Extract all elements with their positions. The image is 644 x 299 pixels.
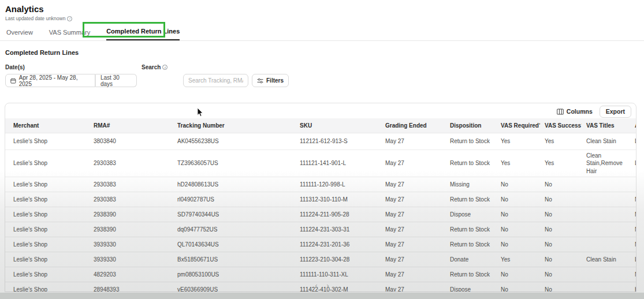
table-row[interactable]: Leslie's Shop3939330Bx51850671US111223-2…	[5, 252, 636, 267]
completed-return-lines-table: MerchantRMA#Tracking NumberSKUGrading En…	[5, 118, 636, 292]
date-preset-select[interactable]: Last 30 days	[95, 74, 137, 87]
column-header-vas-titles[interactable]: VAS Titles	[582, 118, 630, 133]
cell-disposition: Return to Stock	[445, 222, 496, 237]
tab-bar: Overview VAS Summary Completed Return Li…	[0, 27, 644, 41]
table-row[interactable]: Leslie's Shop2938390dq09477752US111224-2…	[5, 222, 636, 237]
column-header-grading-ended[interactable]: Grading Ended	[381, 118, 445, 133]
cell-tracking-number: TZ39636057US	[173, 150, 295, 177]
cell-tracking-number: pm08053100US	[173, 267, 295, 282]
date-preset-value: Last 30 days	[100, 74, 132, 87]
cell-vas-required: No	[496, 222, 540, 237]
info-icon[interactable]: i	[67, 16, 72, 21]
table-row[interactable]: Leslie's Shop2930383rl04902787US111312-3…	[5, 192, 636, 207]
search-input[interactable]	[188, 77, 243, 84]
cell-sku: 111223-210-304-28	[295, 252, 381, 267]
column-header-attributes[interactable]: Attr	[630, 118, 636, 133]
cell-vas-required: Yes	[496, 252, 540, 267]
cell-vas-required: No	[496, 267, 540, 282]
column-header-rma[interactable]: RMA#	[89, 118, 173, 133]
cell-merchant: Leslie's Shop	[5, 222, 89, 237]
search-info-icon[interactable]: i	[162, 65, 167, 70]
calendar-icon	[10, 78, 16, 84]
cell-disposition: Return to Stock	[445, 267, 496, 282]
cell-grading-ended: May 27	[381, 267, 445, 282]
tab-overview[interactable]: Overview	[6, 29, 33, 40]
analytics-page: Analytics Last updated date unknown i Ov…	[0, 0, 644, 299]
cell-vas-success: Yes	[540, 133, 582, 150]
cell-sku: 111111-110-311-XL	[295, 267, 381, 282]
columns-icon	[557, 109, 564, 115]
cell-rma: 2938390	[89, 207, 173, 222]
date-range-value: Apr 28, 2025 - May 28, 2025	[19, 74, 90, 87]
cell-merchant: Leslie's Shop	[5, 150, 89, 177]
columns-button[interactable]: Columns	[557, 108, 593, 115]
cell-rma: 4829203	[89, 267, 173, 282]
cell-sku: 111111-120-998-L	[295, 177, 381, 192]
cell-grading-ended: May 27	[381, 222, 445, 237]
cell-tracking-number: QL70143634US	[173, 237, 295, 252]
cell-sku: 112121-612-913-S	[295, 133, 381, 150]
cell-rma: 2930383	[89, 192, 173, 207]
cell-rma: 2938390	[89, 222, 173, 237]
cell-rma: 2930383	[89, 150, 173, 177]
cell-attributes: No d	[630, 192, 636, 207]
table-row[interactable]: Leslie's Shop2930383hD24808613US111111-1…	[5, 177, 636, 192]
page-title: Analytics	[5, 4, 644, 14]
cell-rma: 3939330	[89, 237, 173, 252]
filters-button[interactable]: Filters	[252, 74, 289, 87]
cell-sku: 111224-231-201-36	[295, 237, 381, 252]
cell-rma: 2930383	[89, 177, 173, 192]
cell-vas-success: Yes	[540, 150, 582, 177]
cell-vas-success: No	[540, 192, 582, 207]
tab-vas-summary[interactable]: VAS Summary	[49, 29, 90, 40]
filters-row: Apr 28, 2025 - May 28, 2025 Last 30 days…	[0, 74, 644, 87]
cell-grading-ended: May 27	[381, 133, 445, 150]
cell-disposition: Dispose	[445, 207, 496, 222]
prev-page-button[interactable]: ‹	[315, 282, 318, 289]
cell-disposition: Missing	[445, 177, 496, 192]
cell-vas-required: No	[496, 177, 540, 192]
cell-vas-required: No	[496, 207, 540, 222]
search-label: Search i	[142, 64, 167, 70]
export-button[interactable]: Export	[600, 106, 631, 118]
cell-rma: 3939330	[89, 252, 173, 267]
cell-grading-ended: May 27	[381, 237, 445, 252]
cell-vas-required: Yes	[496, 150, 540, 177]
cell-sku: 111312-310-110-M	[295, 192, 381, 207]
column-header-disposition[interactable]: Disposition	[445, 118, 496, 133]
cell-vas-success: No	[540, 207, 582, 222]
table-header-row: MerchantRMA#Tracking NumberSKUGrading En…	[5, 118, 636, 133]
filter-labels: Date(s) Search i	[0, 64, 644, 70]
search-box	[183, 74, 248, 87]
cell-attributes: Ligh	[630, 150, 636, 177]
column-header-vas-success[interactable]: VAS Success?	[540, 118, 582, 133]
table-toolbar: Columns Export	[5, 103, 636, 118]
column-header-vas-required[interactable]: VAS Required?	[496, 118, 540, 133]
cell-vas-titles	[582, 222, 630, 237]
table-row[interactable]: Leslie's Shop2930383TZ39636057US111121-1…	[5, 150, 636, 177]
cell-attributes: No d	[630, 222, 636, 237]
table-row[interactable]: Leslie's Shop4829203pm08053100US111111-1…	[5, 267, 636, 282]
results-table-card: Columns Export MerchantRMA#Tracking Numb…	[5, 103, 636, 292]
table-row[interactable]: Leslie's Shop3803840AK04556238US112121-6…	[5, 133, 636, 150]
cell-grading-ended: May 27	[381, 177, 445, 192]
column-header-merchant[interactable]: Merchant	[5, 118, 89, 133]
date-range-picker[interactable]: Apr 28, 2025 - May 28, 2025	[5, 74, 95, 87]
cell-merchant: Leslie's Shop	[5, 252, 89, 267]
cell-vas-success: No	[540, 222, 582, 237]
cell-tracking-number: hD24808613US	[173, 177, 295, 192]
cell-vas-titles: Clean Stain	[582, 133, 630, 150]
cell-tracking-number: Bx51850671US	[173, 252, 295, 267]
table-row[interactable]: Leslie's Shop2938390SD79740344US111224-2…	[5, 207, 636, 222]
column-header-tracking-number[interactable]: Tracking Number	[173, 118, 295, 133]
cell-merchant: Leslie's Shop	[5, 177, 89, 192]
table-row[interactable]: Leslie's Shop3939330QL70143634US111224-2…	[5, 237, 636, 252]
page-header: Analytics Last updated date unknown i	[0, 0, 644, 21]
tab-completed-return-lines[interactable]: Completed Return Lines	[106, 28, 180, 40]
next-page-button[interactable]: ›	[327, 282, 329, 289]
column-header-sku[interactable]: SKU	[295, 118, 381, 133]
cell-vas-success: No	[540, 252, 582, 267]
cell-tracking-number: AK04556238US	[173, 133, 295, 150]
cell-disposition: Return to Stock	[445, 192, 496, 207]
cell-rma: 3803840	[89, 133, 173, 150]
